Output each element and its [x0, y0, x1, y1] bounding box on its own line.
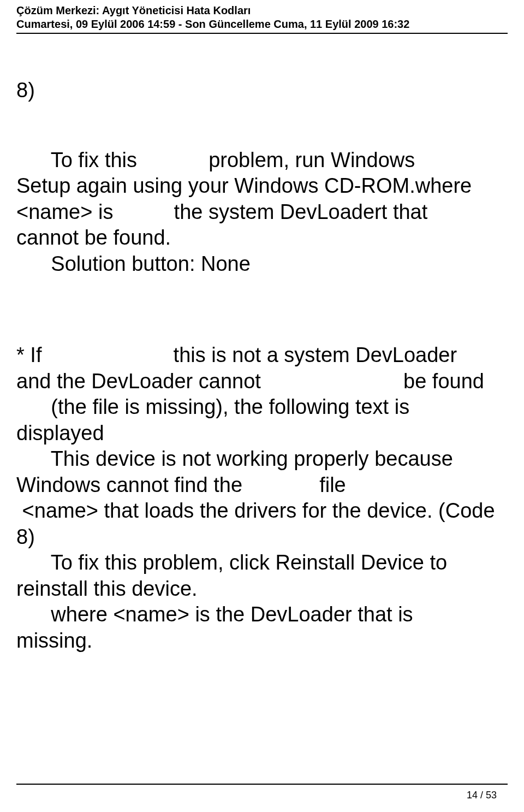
text-fragment: <name> is	[16, 200, 113, 223]
text-line: where <name> is the DevLoader that is	[16, 602, 508, 628]
header-meta: Cumartesi, 09 Eylül 2006 14:59 - Son Gün…	[16, 18, 508, 31]
text-fragment: be found	[403, 370, 484, 393]
header-title: Çözüm Merkezi: Aygıt Yöneticisi Hata Kod…	[16, 4, 508, 17]
text-line: (the file is missing), the following tex…	[16, 394, 508, 420]
text-line: and the DevLoader cannot be found	[16, 369, 508, 395]
text-line: Windows cannot find the file	[16, 472, 508, 499]
text-line: * If this is not a system DevLoader	[16, 342, 508, 369]
text-line: displayed	[16, 420, 508, 447]
text-fragment: file	[319, 473, 346, 496]
text-line: missing.	[16, 628, 508, 654]
text-fragment: problem, run Windows	[209, 149, 415, 171]
document-body: 8) To fix this problem, run Windows Setu…	[16, 34, 508, 654]
text-fragment: the system DevLoadert that	[174, 200, 428, 223]
text-fragment: Windows cannot find the	[16, 473, 242, 496]
text-line: reinstall this device.	[16, 576, 508, 602]
footer-rule	[16, 784, 508, 785]
page-header: Çözüm Merkezi: Aygıt Yöneticisi Hata Kod…	[16, 0, 508, 34]
page-number: 14 / 53	[467, 790, 497, 801]
text-fragment: this is not a system DevLoader	[174, 343, 457, 366]
text-line: This device is not working properly beca…	[16, 446, 508, 472]
text-line: <name> is the system DevLoadert that	[16, 199, 508, 226]
text-fragment: To fix this	[16, 149, 137, 171]
text-line: Solution button: None	[16, 251, 508, 277]
text-fragment: and the DevLoader cannot	[16, 370, 261, 393]
text-line: <name> that loads the drivers for the de…	[16, 498, 508, 524]
text-line: To fix this problem, click Reinstall Dev…	[16, 550, 508, 576]
page: Çözüm Merkezi: Aygıt Yöneticisi Hata Kod…	[0, 0, 524, 812]
text-fragment: * If	[16, 343, 41, 366]
text-line: 8)	[16, 78, 508, 104]
text-line: cannot be found.	[16, 225, 508, 251]
text-line: To fix this problem, run Windows	[16, 147, 508, 174]
text-line: Setup again using your Windows CD-ROM.wh…	[16, 173, 508, 199]
text-line: 8)	[16, 524, 508, 550]
